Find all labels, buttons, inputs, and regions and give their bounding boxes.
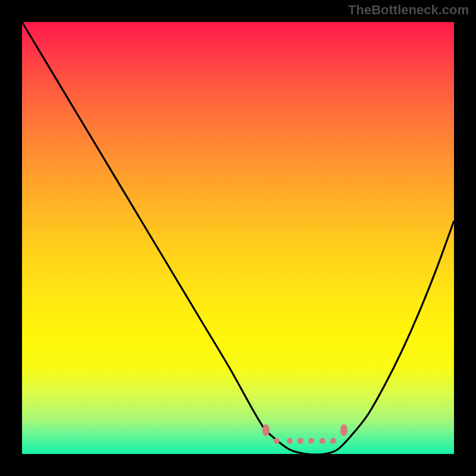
watermark-text: TheBottleneck.com [348,2,469,18]
chart-plot-area [22,22,454,454]
bottleneck-curve-path [22,22,454,455]
chart-curve-svg [22,22,454,454]
